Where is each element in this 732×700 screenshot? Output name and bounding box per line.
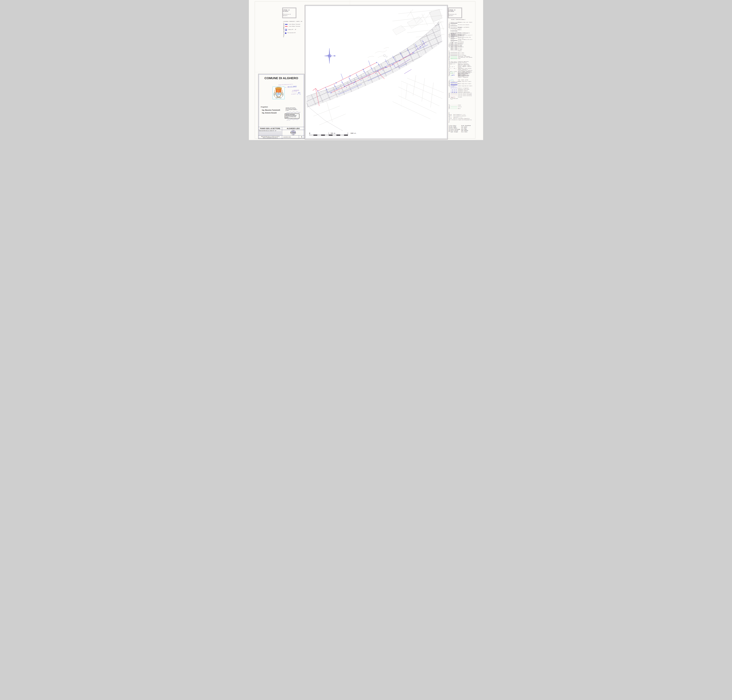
abbreviation-col1: N.ghe - Nuraghe xyxy=(450,131,461,132)
dirigente-signature xyxy=(297,90,302,96)
comune-title: COMUNE DI ALGHERO xyxy=(449,9,461,12)
legend-symbol-icon xyxy=(451,82,457,83)
legend-symbol-icon xyxy=(451,45,457,46)
legend-row-label: Curva di livello ausiliaria xyxy=(458,95,473,96)
legend-symbol-icon: ♣ ♠ xyxy=(451,73,457,75)
date-cell: GIUGNO 2001 xyxy=(283,136,298,138)
legend-row-label: Muro di sostegno xyxy=(458,55,473,56)
legend-symbol-icon xyxy=(451,62,457,63)
legend-sub-label: in sede stradale xyxy=(451,31,457,32)
provincia-subtitle: Provincia di Sassari xyxy=(449,13,461,16)
legend-row-label: Acquedotto sotterraneo xyxy=(458,89,473,90)
group-label-ponti: Ponti xyxy=(448,44,449,47)
legend-symbol-icon xyxy=(451,49,457,50)
legend-symbol-icon xyxy=(451,56,457,58)
title-block-title: COMUNE DI ALGHERO xyxy=(258,76,304,80)
legend-row-label: Caposaldo I. G. M. xyxy=(453,117,473,118)
legend-row-label: Albero di essenza non identificabile xyxy=(458,75,473,76)
em-legend-cabine-rows: Cabina MT - BT Derivazione BT xyxy=(285,29,301,35)
stamp-sassari-line2: PROVINCIA DI SASSARI xyxy=(286,115,299,116)
legend-row-label: Curva di livello intermedia xyxy=(458,94,473,95)
legend-row-label: In muratura xyxy=(458,43,473,43)
group-label-vegetazione: Vegetazione xyxy=(448,71,449,76)
table-divider xyxy=(282,127,282,139)
abbreviation-col1: Cuc.ru - Cuccuru xyxy=(450,130,461,131)
legend-row-label: In ferro xyxy=(458,44,473,45)
svg-text:S.T.A.I.: S.T.A.I. xyxy=(290,132,296,134)
group-label-strade: Strade xyxy=(448,34,449,37)
legend-group-elementi-divisori: Muro a calce Muro a secco Muro di sosteg… xyxy=(451,52,473,59)
abbreviation-col2: M.za - Mitza xyxy=(461,129,473,130)
stamp-sassari-line1: ORDINE INGEGNERI xyxy=(286,114,299,115)
em-line-swatch-icon xyxy=(285,24,287,25)
legend-symbol-icon xyxy=(451,88,457,89)
group-label-punti-riferimento: Punti di riferimento xyxy=(448,112,449,123)
alghero-lido-cell: ALGHERO LIDO xyxy=(282,128,305,129)
alghero-coat-of-arms xyxy=(272,87,284,99)
legend-row-label: Punto di riferimento Topografico xyxy=(453,118,473,119)
legend-symbol-icon xyxy=(451,86,457,88)
stai-logo: S.T.A.I. xyxy=(289,130,298,135)
legend-row-label: Bosco ceduo, macchia mediterranea xyxy=(458,73,473,75)
group-label-elementi-divisori: Elementi divisori xyxy=(448,50,449,59)
legend-symbol-icon xyxy=(451,52,457,53)
legend-row-label: Conduttura importante energia elettrica xyxy=(458,61,473,63)
legend-group-ponti: In muratura In ferro In legno In muratur… xyxy=(451,42,473,51)
legend-row-label: In muratura xyxy=(458,46,473,47)
abbreviation-col1: Cuc.du - Cuccureddu xyxy=(450,129,461,130)
legend-row-label: In ferro xyxy=(458,48,473,49)
legend-symbol-icon xyxy=(451,35,457,37)
progettista-name: Ing. Massimo Tumminelli xyxy=(262,109,280,111)
abbreviation-col2: Fu.xiu - Furriadroxiu xyxy=(461,125,473,126)
abbreviation-col2: St.zo - Stazzo xyxy=(461,131,473,132)
legend-symbol-icon xyxy=(451,106,457,107)
progettista-name: Ing. Antonio Duranti xyxy=(262,112,280,114)
legend-row-label: Canale largo oltre 3 metri xyxy=(458,81,473,82)
legend-row-label: Tranvie xyxy=(458,29,473,30)
stamp-cagliari-number: N. 3448 xyxy=(286,110,303,111)
legend-symbol-icon: ∇ xyxy=(451,115,453,117)
legend-symbol-icon: ✚ xyxy=(451,118,453,119)
em-legend-title: LEGENDA SORGENTI CAMPI EM xyxy=(283,21,301,22)
blank-rule xyxy=(259,133,281,134)
legend-symbol-icon: ⌐ ∴ xyxy=(451,76,457,78)
legend-group-idrografia: Lago, stagno, palude su viadotto in gall… xyxy=(451,79,473,93)
scale-label-0: 0 xyxy=(309,132,310,134)
group-brace xyxy=(449,52,450,57)
group-brace xyxy=(449,61,450,68)
legend-row-label: Canale largo oltre 3 metri xyxy=(458,83,473,84)
legend-row-label: Ferrovia a due o piu' binari xyxy=(458,22,473,23)
legend-row-label: Chiesa, cappella, cimitero, miniera xyxy=(458,66,473,68)
em-legend-row-label: Linee Bassa Tensione xyxy=(289,24,302,25)
legend-row-label: Strada ad una corsia (tra 3,5 e 7 mt) xyxy=(458,37,473,39)
legend-symbol-icon xyxy=(451,50,457,51)
legend-symbol-icon xyxy=(451,44,457,45)
legend-row-label: Canale d' irrigazione xyxy=(458,88,473,88)
legend-symbol-icon xyxy=(451,38,457,39)
legend-symbol-icon xyxy=(451,33,457,35)
group-brace xyxy=(449,43,450,48)
legend-symbol-icon xyxy=(451,96,457,98)
legend-symbol-icon: ▲ xyxy=(451,114,453,115)
legend-symbol-icon xyxy=(451,84,457,85)
legend-row-label: Quota di origine Aerofotogrammetrica xyxy=(453,119,473,120)
legend-symbol-icon xyxy=(451,53,457,55)
legend-symbol-icon xyxy=(451,58,457,59)
em-legend-row-label: Cabina MT - BT xyxy=(288,29,301,30)
legend-row-label: Carrareccia xyxy=(458,41,473,42)
legend-row-label: Strada secondaria (tra 2,5 e 3,5 mt) xyxy=(458,39,473,41)
progettisti-names: Ing. Massimo Tumminelli Ing. Antonio Dur… xyxy=(262,109,280,115)
legend-symbol-icon: ✿ ❀ ○ xyxy=(451,72,457,73)
legend-row-label: Rocciaio xyxy=(454,98,468,99)
group-brace xyxy=(449,125,450,132)
legend-symbol-icon xyxy=(451,25,457,26)
group-brace xyxy=(449,72,450,75)
em-line-swatch-icon xyxy=(285,26,287,27)
legend-symbol-icon: ♠ xyxy=(451,75,457,76)
scale-label-1000: 1000 mt. xyxy=(351,132,356,134)
legend-row-label: Tabernacolo, croce isolata, grotta, staz… xyxy=(458,68,473,71)
dirigente-stamp-line3: ELISABETTA xyxy=(291,94,296,94)
legend-symbol-icon xyxy=(451,94,457,95)
group-brace xyxy=(449,79,450,87)
title-block: COMUNE DI ALGHERO Allegato alla delibera… xyxy=(258,74,304,139)
